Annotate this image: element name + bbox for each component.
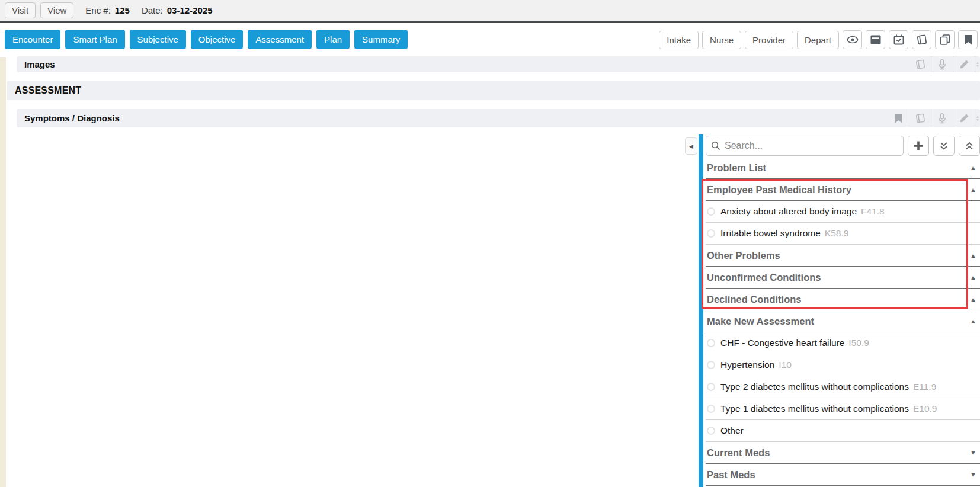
section-header-label: Employee Past Medical History [707,184,851,196]
book-icon[interactable] [909,109,931,127]
problem-list-panel: Problem List ▲ Employee Past Medical His… [706,157,980,486]
section-header-make-new-assessment[interactable]: Make New Assessment ▲ [706,310,980,332]
icd-code: I10 [779,360,792,370]
section-header-label: Past Meds [707,469,755,480]
section-header-problem-list[interactable]: Problem List ▲ [706,157,980,179]
diagnosis-item-type1-diabetes[interactable]: Type 1 diabetes mellitus without complic… [706,398,980,420]
radio-icon[interactable] [707,361,715,369]
diagnosis-label: Other [720,425,744,436]
tab-smart-plan[interactable]: Smart Plan [65,30,124,49]
diagnosis-label: Hypertension [720,360,774,370]
tab-objective[interactable]: Objective [191,30,244,49]
search-icon [711,141,720,150]
panel-search-row [706,136,980,156]
bookmark-icon[interactable] [888,109,909,127]
diagnosis-item-hypertension[interactable]: Hypertension I10 [706,354,980,376]
radio-icon[interactable] [707,383,715,391]
copy-icon [940,34,950,45]
expand-icon [975,109,980,127]
bookmark-button[interactable] [958,30,978,49]
radio-icon[interactable] [707,207,715,216]
pencil-icon[interactable] [953,109,975,127]
section-header-unconfirmed-conditions[interactable]: Unconfirmed Conditions ▲ [706,267,980,289]
expand-all-button[interactable] [959,136,980,156]
expand-arrow-icon[interactable]: ▼ [970,449,976,456]
diagnosis-item-chf[interactable]: CHF - Congestive heart failure I50.9 [706,332,980,354]
search-input[interactable] [725,140,898,151]
tab-assessment[interactable]: Assessment [248,30,312,49]
copy-button[interactable] [935,30,955,49]
plus-icon [913,140,924,151]
depart-button[interactable]: Depart [797,31,839,49]
radio-icon[interactable] [707,339,715,347]
chevron-left-icon: ◀ [689,143,693,149]
nav-row: Encounter Smart Plan Subjective Objectiv… [0,24,980,56]
calendar-check-button[interactable] [889,30,908,49]
microphone-icon[interactable] [931,109,953,127]
collapse-all-button[interactable] [933,136,955,156]
book-button[interactable] [912,30,931,49]
section-header-current-meds[interactable]: Current Meds ▼ [706,442,980,464]
icd-code: E11.9 [913,382,936,392]
radio-icon[interactable] [707,229,715,238]
archive-icon [870,35,881,44]
provider-button[interactable]: Provider [745,31,793,49]
section-header-declined-conditions[interactable]: Declined Conditions ▲ [706,289,980,310]
archive-button[interactable] [866,30,885,49]
encounter-number-label: Enc #: [85,5,111,15]
symptoms-section-icons [888,109,980,127]
radio-icon[interactable] [707,405,715,413]
search-box[interactable] [706,136,904,156]
symptoms-diagnosis-title: Symptoms / Diagnosis [24,113,120,123]
pencil-icon[interactable] [953,56,975,72]
microphone-icon[interactable] [931,56,953,72]
diagnosis-label: Type 1 diabetes mellitus without complic… [720,403,909,414]
tab-plan[interactable]: Plan [316,30,350,49]
date-label: Date: [142,5,163,15]
assessment-section-bar: ASSESSMENT [7,81,980,100]
collapse-arrow-icon[interactable]: ▲ [970,164,976,171]
images-section-title: Images [24,59,55,69]
icd-code: F41.8 [861,206,885,217]
collapse-arrow-icon[interactable]: ▲ [970,252,976,259]
double-chevron-down-icon [939,142,949,150]
panel-collapse-button[interactable]: ◀ [685,137,697,155]
section-header-past-meds[interactable]: Past Meds ▼ [706,464,980,486]
expand-icon [975,56,980,72]
tab-summary[interactable]: Summary [354,30,408,49]
section-header-other-problems[interactable]: Other Problems ▲ [706,245,980,267]
diagnosis-label: CHF - Congestive heart failure [720,338,844,348]
expand-arrow-icon[interactable]: ▼ [970,471,976,478]
diagnosis-label: Anxiety about altered body image [720,206,857,217]
images-section-bar: Images [17,56,980,72]
top-bar: Visit View Enc #: 125 Date: 03-12-2025 [0,0,980,23]
visit-button[interactable]: Visit [5,2,36,18]
diagnosis-item-type2-diabetes[interactable]: Type 2 diabetes mellitus without complic… [706,376,980,398]
collapse-arrow-icon[interactable]: ▲ [970,274,976,281]
section-header-employee-past-medical-history[interactable]: Employee Past Medical History ▲ [706,179,980,201]
add-diagnosis-button[interactable] [908,136,929,156]
section-header-label: Unconfirmed Conditions [707,272,821,283]
collapse-arrow-icon[interactable]: ▲ [970,186,976,193]
encounter-number-value: 125 [115,5,130,15]
diagnosis-item-ibs[interactable]: Irritable bowel syndrome K58.9 [706,223,980,245]
intake-button[interactable]: Intake [659,31,699,49]
radio-icon[interactable] [707,427,715,435]
diagnosis-label: Type 2 diabetes mellitus without complic… [720,382,909,392]
section-header-label: Declined Conditions [707,294,802,305]
tab-subjective[interactable]: Subjective [130,30,186,49]
section-header-label: Problem List [707,162,766,174]
view-button[interactable]: View [40,2,73,18]
assessment-section-title: ASSESSMENT [15,85,81,96]
diagnosis-item-anxiety[interactable]: Anxiety about altered body image F41.8 [706,201,980,223]
book-icon [917,35,927,45]
double-chevron-up-icon [965,142,974,150]
book-icon[interactable] [909,56,931,72]
collapse-arrow-icon[interactable]: ▲ [970,318,976,325]
eye-button[interactable] [843,30,862,49]
nurse-button[interactable]: Nurse [702,31,741,49]
collapse-arrow-icon[interactable]: ▲ [970,296,976,303]
diagnosis-item-other[interactable]: Other [706,420,980,442]
panel-accent-bar [699,134,703,487]
tab-encounter[interactable]: Encounter [5,30,60,49]
